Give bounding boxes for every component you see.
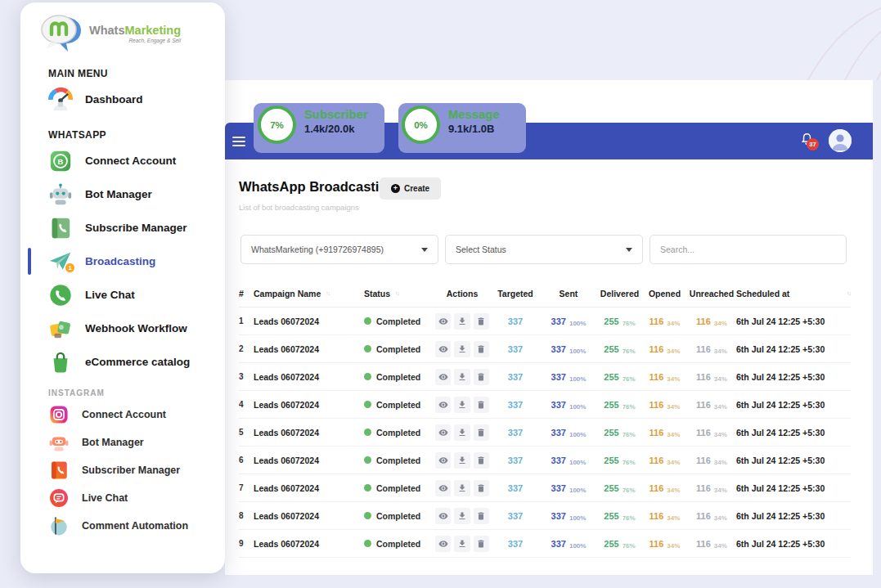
eye-icon (438, 372, 448, 382)
sidebar-item-wa-webhook-workflow[interactable]: Webhook Workflow (20, 312, 225, 345)
table-row: 5 Leads 06072024 Completed (239, 419, 851, 447)
sidebar-item-wa-ecommerce-catalog[interactable]: eCommerce catalog (20, 345, 225, 379)
search-input[interactable] (660, 245, 836, 254)
view-button[interactable] (435, 536, 451, 552)
row-index: 9 (239, 539, 254, 548)
unreached-cell: 11634% (687, 399, 736, 411)
status-cell: Completed (364, 344, 434, 354)
sidebar-item-ig-subscriber-manager[interactable]: Subscriber Manager (20, 456, 225, 484)
table-row: 1 Leads 06072024 Completed (239, 307, 851, 335)
status-dot (364, 429, 371, 436)
hamburger-menu-icon[interactable] (232, 134, 245, 149)
trash-icon (476, 539, 486, 549)
download-button[interactable] (454, 452, 470, 469)
status-cell: Completed (364, 456, 434, 465)
row-index: 4 (239, 400, 254, 409)
status-select[interactable]: Select Status (445, 235, 643, 264)
sort-icon[interactable]: ↑↓ (395, 290, 399, 296)
sidebar-item-wa-bot-manager[interactable]: Bot Manager (20, 177, 225, 211)
svg-text:B: B (58, 157, 64, 165)
download-button[interactable] (454, 369, 470, 385)
trash-icon (476, 400, 486, 410)
sidebar-item-wa-broadcasting[interactable]: 1 Broadcasting (20, 245, 225, 278)
delete-button[interactable] (474, 536, 489, 552)
sent-cell: 337100% (540, 371, 597, 383)
opened-cell: 11634% (642, 510, 687, 522)
delete-button[interactable] (474, 369, 489, 385)
delivered-cell: 25576% (597, 510, 642, 522)
row-index: 7 (239, 483, 254, 492)
targeted-cell: 337 (491, 511, 540, 521)
download-button[interactable] (454, 397, 470, 413)
chevron-down-icon (626, 248, 632, 252)
account-select-value: WhatsMarketing (+919726974895) (251, 245, 384, 254)
status-dot (364, 540, 371, 547)
view-button[interactable] (435, 369, 451, 385)
table-row: 6 Leads 06072024 Completed (239, 447, 851, 474)
sort-icon[interactable]: ↑↓ (847, 290, 851, 296)
contact-book-icon (48, 216, 73, 240)
download-button[interactable] (454, 313, 470, 330)
sidebar-item-dashboard[interactable]: Dashboard (20, 83, 225, 116)
scheduled-at-cell: 6th Jul 24 12:25 +5:30 (736, 539, 851, 549)
delete-button[interactable] (474, 508, 489, 524)
eye-icon (438, 344, 448, 354)
campaign-name: Leads 06072024 (254, 456, 364, 465)
contact-book-orange-icon (48, 460, 70, 481)
campaign-name: Leads 06072024 (254, 511, 364, 521)
download-button[interactable] (454, 424, 470, 441)
view-button[interactable] (435, 341, 451, 357)
create-button[interactable]: + Create (380, 177, 441, 200)
view-button[interactable] (435, 397, 451, 413)
chat-bubble-orange-icon (48, 487, 70, 509)
account-select[interactable]: WhatsMarketing (+919726974895) (240, 235, 438, 264)
brand-logo[interactable]: WhatsMarketing Reach, Engage & Sell (38, 12, 225, 55)
sidebar-item-wa-connect-account[interactable]: B Connect Account (20, 144, 225, 177)
col-campaign-name[interactable]: Campaign Name↑↓ (254, 289, 364, 298)
delivered-cell: 25576% (597, 399, 642, 411)
user-avatar[interactable] (829, 129, 852, 152)
download-button[interactable] (454, 341, 470, 357)
delivered-cell: 25576% (597, 455, 642, 466)
sort-icon[interactable]: ↑↓ (326, 290, 330, 296)
broadcast-table: # Campaign Name↑↓ Status↑↓ Actions Targe… (239, 280, 851, 558)
scheduled-at-cell: 6th Jul 24 12:25 +5:30 (736, 316, 851, 326)
download-button[interactable] (454, 480, 470, 496)
row-index: 8 (239, 511, 254, 520)
sidebar-item-wa-subscribe-manager[interactable]: Subscribe Manager (20, 211, 225, 245)
notification-bell[interactable]: 37 (799, 132, 819, 151)
delete-button[interactable] (474, 452, 489, 469)
delete-button[interactable] (474, 424, 489, 441)
robot-icon (48, 182, 73, 207)
sidebar-item-wa-live-chat[interactable]: Live Chat (20, 278, 225, 312)
view-button[interactable] (435, 508, 451, 524)
unreached-cell: 11634% (687, 455, 736, 466)
sidebar-item-ig-live-chat[interactable]: Live Chat (20, 484, 225, 512)
col-scheduled-at[interactable]: Scheduled at↑↓ (736, 289, 851, 298)
download-button[interactable] (454, 508, 470, 524)
view-button[interactable] (435, 424, 451, 441)
sidebar-item-ig-comment-automation[interactable]: Comment Automation (20, 512, 225, 540)
eye-icon (438, 539, 448, 549)
sidebar-item-ig-connect-account[interactable]: Connect Account (20, 401, 225, 429)
sidebar-item-ig-bot-manager[interactable]: Bot Manager (20, 429, 225, 456)
col-status[interactable]: Status↑↓ (364, 289, 434, 298)
flag-icon (48, 515, 70, 536)
download-icon (457, 483, 467, 493)
eye-icon (438, 456, 448, 465)
scheduled-at-cell: 6th Jul 24 12:25 +5:30 (736, 456, 851, 465)
unreached-cell: 11634% (687, 316, 736, 327)
delete-button[interactable] (474, 341, 489, 357)
campaign-name: Leads 06072024 (254, 400, 364, 410)
delete-button[interactable] (474, 480, 489, 496)
delete-button[interactable] (474, 313, 489, 330)
opened-cell: 11634% (642, 455, 687, 466)
delivered-cell: 25576% (597, 483, 642, 494)
trash-icon (476, 316, 486, 326)
view-button[interactable] (435, 452, 451, 469)
puzzle-icon (48, 316, 73, 341)
delete-button[interactable] (474, 397, 489, 413)
view-button[interactable] (435, 313, 451, 330)
download-button[interactable] (454, 536, 470, 552)
view-button[interactable] (435, 480, 451, 496)
